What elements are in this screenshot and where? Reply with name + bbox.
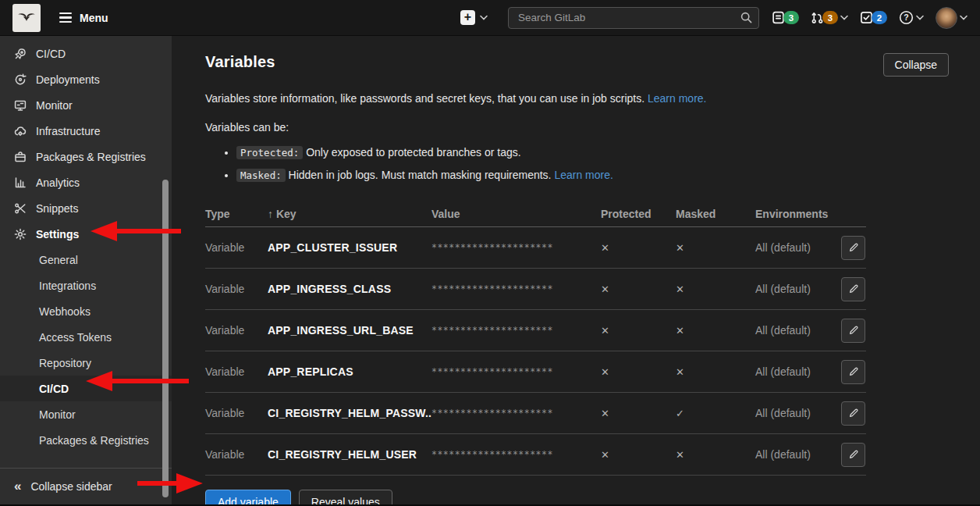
sidebar-item-snippets[interactable]: Snippets (0, 195, 172, 221)
chevron-down-icon (916, 15, 924, 20)
variable-value-cell: ********************* (431, 366, 601, 377)
variables-can-be-text: Variables can be: (205, 121, 949, 134)
sidebar-item-integrations[interactable]: Integrations (0, 273, 172, 298)
user-menu[interactable] (936, 7, 968, 29)
sidebar-item-label: Monitor (36, 99, 73, 112)
todos-count-badge: 2 (872, 11, 887, 24)
col-header-type: Type (205, 208, 268, 220)
collapse-variables-button[interactable]: Collapse (883, 53, 949, 77)
variable-row: VariableCI_REGISTRY_HELM_PASSW...*******… (205, 393, 866, 434)
learn-more-link[interactable]: Learn more. (648, 92, 706, 105)
sidebar-item-settings[interactable]: Settings (0, 221, 172, 247)
variable-type-cell: Variable (205, 324, 268, 337)
sidebar-item-webhooks[interactable]: Webhooks (0, 298, 172, 324)
collapse-sidebar-label: Collapse sidebar (30, 480, 112, 493)
variable-row: VariableAPP_REPLICAS********************… (205, 351, 866, 393)
chevron-down-icon (840, 15, 848, 20)
page-title: Variables (205, 53, 275, 71)
sidebar-item-access-tokens[interactable]: Access Tokens (0, 324, 172, 350)
variable-environments-cell: All (default) (755, 283, 841, 295)
bar-chart-icon (14, 176, 27, 189)
add-variable-button[interactable]: Add variable (205, 490, 291, 506)
variable-value-cell: ********************* (431, 408, 601, 419)
edit-variable-button[interactable] (841, 236, 865, 260)
sidebar-item-infrastructure[interactable]: Infrastructure (0, 118, 172, 144)
sidebar-item-label: Access Tokens (39, 331, 112, 344)
protected-x-mark: ✕ (601, 449, 676, 461)
sidebar-item-analytics[interactable]: Analytics (0, 169, 172, 195)
variable-value-cell: ********************* (431, 242, 601, 253)
svg-text:?: ? (904, 12, 908, 22)
menu-label: Menu (80, 12, 108, 24)
edit-variable-button[interactable] (841, 277, 865, 301)
sidebar-item-label: Deployments (36, 73, 100, 86)
masked-bullet: Masked: Hidden in job logs. Must match m… (236, 167, 949, 184)
variable-type-cell: Variable (205, 407, 268, 419)
col-header-value: Value (431, 208, 601, 220)
sidebar-item-label: Analytics (36, 176, 80, 189)
issues-count-badge: 3 (783, 11, 799, 24)
variable-value-cell: ********************* (431, 283, 601, 294)
sidebar-item-general[interactable]: General (0, 247, 172, 273)
project-logo[interactable] (12, 4, 41, 32)
masking-learn-more-link[interactable]: Learn more. (554, 169, 612, 181)
variables-table: Type ↑ Key Value Protected Masked Enviro… (205, 201, 866, 476)
sidebar-item-packages-registries[interactable]: Packages & Registries (0, 427, 172, 453)
deployments-cycle-icon (14, 73, 27, 86)
sidebar-scrollbar[interactable] (162, 180, 169, 497)
col-header-protected: Protected (601, 208, 676, 220)
protected-code-tag: Protected: (236, 146, 303, 159)
issues-button[interactable]: 3 (772, 11, 799, 24)
gear-icon (14, 228, 27, 241)
sidebar-item-label: Monitor (39, 408, 76, 421)
edit-variable-button[interactable] (841, 319, 865, 343)
sidebar-item-ci-cd[interactable]: CI/CD (0, 41, 172, 66)
sidebar-item-repository[interactable]: Repository (0, 350, 172, 376)
sidebar-item-label: General (39, 254, 78, 266)
edit-variable-button[interactable] (841, 360, 865, 384)
variable-environments-cell: All (default) (755, 365, 841, 378)
masked-check-mark: ✓ (676, 408, 755, 419)
sidebar-item-packages-registries[interactable]: Packages & Registries (0, 144, 172, 169)
reveal-values-button[interactable]: Reveal values (299, 490, 392, 506)
variable-environments-cell: All (default) (755, 241, 841, 254)
search-input[interactable] (508, 7, 759, 29)
edit-variable-button[interactable] (841, 443, 865, 467)
help-icon: ? (899, 10, 914, 25)
help-menu[interactable]: ? (899, 10, 924, 25)
col-header-masked: Masked (676, 208, 755, 220)
sidebar-item-monitor[interactable]: Monitor (0, 92, 172, 118)
protected-x-mark: ✕ (601, 283, 676, 295)
todos-button[interactable]: 2 (860, 11, 887, 24)
col-header-key[interactable]: ↑ Key (268, 208, 431, 220)
sidebar-item-ci-cd[interactable]: CI/CD (0, 376, 172, 401)
new-item-menu[interactable]: + (460, 10, 488, 25)
rocket-icon (14, 48, 27, 60)
sidebar-item-label: Webhooks (39, 305, 91, 318)
plus-icon: + (460, 10, 475, 25)
collapse-sidebar-button[interactable]: « Collapse sidebar (0, 468, 172, 504)
pencil-edit-icon (848, 325, 859, 336)
edit-variable-button[interactable] (841, 401, 865, 426)
merge-requests-button[interactable]: 3 (811, 11, 848, 24)
protected-x-mark: ✕ (601, 408, 676, 419)
pencil-edit-icon (848, 366, 859, 377)
protected-x-mark: ✕ (601, 242, 676, 254)
main-content: Variables Collapse Variables store infor… (172, 36, 980, 504)
sidebar-item-label: CI/CD (39, 383, 69, 395)
sidebar-item-monitor[interactable]: Monitor (0, 401, 172, 427)
menu-toggle[interactable]: Menu (59, 12, 108, 24)
sidebar-item-label: Repository (39, 357, 91, 369)
masked-x-mark: ✕ (676, 242, 755, 254)
sidebar-item-label: Packages & Registries (39, 434, 149, 447)
top-navbar: Menu + 3 3 (0, 0, 980, 36)
variable-key-cell: CI_REGISTRY_HELM_USER (268, 448, 431, 461)
masked-bullet-text: Hidden in job logs. Must match masking r… (289, 169, 552, 181)
chevron-down-icon (960, 15, 968, 20)
variable-type-cell: Variable (205, 365, 268, 378)
variable-value-cell: ********************* (431, 449, 601, 460)
variable-type-cell: Variable (205, 241, 268, 254)
sidebar-item-deployments[interactable]: Deployments (0, 66, 172, 92)
pencil-edit-icon (848, 449, 859, 460)
variable-row: VariableAPP_INGRESS_URL_BASE************… (205, 310, 866, 351)
